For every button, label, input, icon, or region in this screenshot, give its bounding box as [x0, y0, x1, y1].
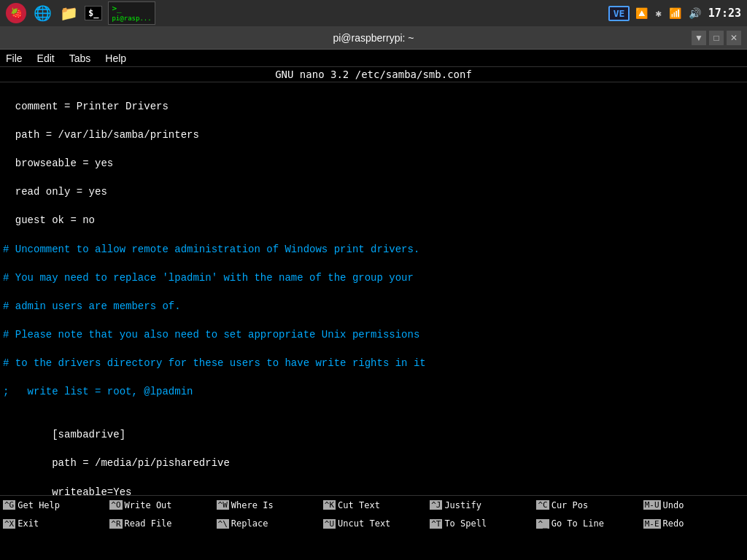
- menu-edit[interactable]: Edit: [37, 52, 55, 64]
- shortcut-label: Get Help: [18, 500, 60, 510]
- globe-icon[interactable]: 🌐: [32, 3, 53, 23]
- shortcut-key: ^J: [430, 500, 442, 510]
- shortcut-read-file[interactable]: ^R Read File: [107, 515, 213, 534]
- bluetooth-icon: 🔼: [635, 7, 648, 19]
- shortcut-key: ^X: [3, 519, 15, 529]
- terminal-title: pi@raspberrypi: ~: [333, 32, 414, 44]
- nano-header: GNU nano 3.2 /etc/samba/smb.conf: [0, 67, 747, 82]
- shortcut-label: Undo: [663, 500, 684, 510]
- shortcut-key: M-U: [643, 500, 661, 510]
- shortcut-key: ^W: [217, 500, 229, 510]
- shortcut-label: Redo: [663, 518, 684, 529]
- raspberry-icon[interactable]: 🍓: [6, 3, 26, 23]
- clock: 17:23: [708, 7, 741, 20]
- folder-icon[interactable]: 📁: [58, 3, 79, 23]
- terminal-window: pi@raspberrypi: ~ ▼ □ ✕ File Edit Tabs H…: [0, 26, 747, 533]
- shortcut-justify[interactable]: ^J Justify: [427, 496, 533, 515]
- shortcut-label: Write Out: [125, 500, 172, 510]
- shortcut-uncut-text[interactable]: ^U Uncut Text: [320, 515, 427, 534]
- volume-icon: 🔊: [689, 7, 701, 19]
- shortcut-key: ^G: [3, 500, 15, 510]
- shortcut-label: Justify: [444, 500, 481, 510]
- menu-help[interactable]: Help: [105, 52, 126, 64]
- shortcut-redo[interactable]: M-E Redo: [640, 515, 747, 534]
- editor-line: read only = yes: [0, 185, 747, 200]
- shortcut-key: ^K: [323, 500, 336, 510]
- system-bar: 🍓 🌐 📁 $_ >_pi@rasp... VE 🔼 ✱ 📶 🔊 17:23: [0, 0, 747, 26]
- editor-line: # admin users are members of.: [0, 300, 747, 314]
- terminal2-icon[interactable]: >_pi@rasp...: [108, 1, 155, 25]
- shortcut-key: ^O: [109, 500, 122, 510]
- shortcut-label: To Spell: [444, 518, 487, 529]
- window-close-button[interactable]: ✕: [727, 31, 741, 45]
- ve-badge: VE: [608, 6, 630, 21]
- editor-line: ; write list = root, @lpadmin: [0, 385, 747, 400]
- shortcut-key: ^_: [536, 519, 549, 529]
- editor-line: writeable=Yes: [0, 486, 747, 495]
- shortcut-cut-text[interactable]: ^K Cut Text: [320, 496, 427, 515]
- shortcut-undo[interactable]: M-U Undo: [640, 496, 747, 515]
- shortcut-label: Uncut Text: [338, 518, 390, 529]
- shortcut-get-help[interactable]: ^G Get Help: [0, 496, 107, 515]
- terminal-titlebar: pi@raspberrypi: ~ ▼ □ ✕: [0, 26, 747, 50]
- shortcut-key: M-E: [643, 519, 661, 529]
- shortcut-label: Replace: [231, 518, 268, 529]
- shortcut-label: Where Is: [231, 500, 274, 510]
- shortcut-label: Read File: [125, 518, 172, 529]
- shortcut-label: Go To Line: [551, 518, 604, 529]
- shortcut-go-to-line[interactable]: ^_ Go To Line: [533, 515, 640, 534]
- shortcut-where-is[interactable]: ^W Where Is: [214, 496, 320, 515]
- editor-line: path = /var/lib/samba/printers: [0, 128, 747, 143]
- shortcut-label: Exit: [18, 518, 39, 529]
- editor-line: browseable = yes: [0, 157, 747, 171]
- shortcut-cur-pos[interactable]: ^C Cur Pos: [533, 496, 640, 515]
- editor-line: # to the drivers directory for these use…: [0, 357, 747, 371]
- editor-line: # Please note that you also need to set …: [0, 328, 747, 343]
- menu-file[interactable]: File: [6, 52, 23, 64]
- terminal-icon[interactable]: $_: [85, 6, 102, 20]
- shortcut-key: ^\: [217, 519, 229, 529]
- shortcut-label: Cut Text: [338, 500, 380, 510]
- editor-line: # Uncomment to allow remote administrati…: [0, 243, 747, 257]
- window-maximize-button[interactable]: □: [709, 31, 724, 45]
- shortcut-write-out[interactable]: ^O Write Out: [107, 496, 213, 515]
- bluetooth2-icon: ✱: [655, 7, 661, 19]
- editor-area[interactable]: comment = Printer Drivers path = /var/li…: [0, 82, 747, 495]
- wifi-icon: 📶: [669, 7, 681, 19]
- shortcut-label: Cur Pos: [551, 500, 589, 510]
- shortcut-key: ^R: [109, 519, 122, 529]
- menu-tabs[interactable]: Tabs: [69, 52, 91, 64]
- shortcut-key: ^U: [323, 519, 336, 529]
- shortcut-replace[interactable]: ^\ Replace: [214, 515, 320, 534]
- shortcut-key: ^C: [536, 500, 549, 510]
- shortcut-to-spell[interactable]: ^T To Spell: [427, 515, 533, 534]
- editor-line: guest ok = no: [0, 214, 747, 228]
- editor-line: # You may need to replace 'lpadmin' with…: [0, 271, 747, 286]
- editor-line: [sambadrive]: [0, 428, 747, 443]
- shortcut-exit[interactable]: ^X Exit: [0, 515, 107, 534]
- shortcuts-bar: ^G Get Help ^O Write Out ^W Where Is ^K …: [0, 495, 747, 533]
- window-controls[interactable]: ▼ □ ✕: [692, 31, 741, 45]
- editor-line: comment = Printer Drivers: [0, 100, 747, 114]
- system-right: 🔼 ✱ 📶 🔊 17:23: [635, 7, 741, 20]
- shortcut-key: ^T: [430, 519, 442, 529]
- window-minimize-button[interactable]: ▼: [692, 31, 706, 45]
- nano-menubar: File Edit Tabs Help: [0, 50, 747, 67]
- editor-line: path = /media/pi/pisharedrive: [0, 456, 747, 471]
